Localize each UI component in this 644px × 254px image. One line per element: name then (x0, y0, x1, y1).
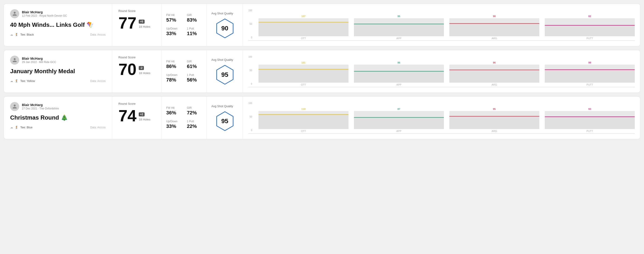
player-info: Blair McHarg12 Feb 2022 · Royal North De… (10, 9, 106, 18)
y-label: 50 (248, 69, 252, 72)
bar-group-app: 86APP (354, 61, 444, 86)
bar-top-value: 93 (588, 108, 591, 110)
score-label: Round Score (118, 9, 155, 13)
bar-fill (354, 71, 444, 83)
score-value: 70 (118, 61, 136, 77)
bag-icon: 🏌 (15, 126, 18, 129)
card-score: Round Score74+218 Holes (112, 97, 162, 139)
round-card-1: Blair McHarg12 Feb 2022 · Royal North De… (4, 3, 640, 46)
player-meta: Blair McHarg27 Dec 2021 · The Oxfordshir… (22, 103, 59, 110)
score-meta: -218 Holes (139, 66, 150, 77)
x-label: OTT (301, 83, 306, 86)
bar-wrapper (258, 18, 348, 36)
score-label: Round Score (118, 102, 155, 105)
bar-fill (545, 25, 635, 36)
bar-color-line (545, 25, 635, 26)
stat-value-upDown: 33% (166, 31, 182, 36)
bar-fill (545, 69, 635, 83)
stat-value-putt: 56% (187, 77, 202, 83)
y-label: 50 (248, 23, 252, 25)
data-source: Data: Arccos (90, 80, 106, 83)
weather-icon: ☁ (10, 79, 13, 83)
hex-container: 90 (214, 18, 236, 38)
card-chart: 100500110OTT87APP95ARG93PUTT (243, 97, 640, 139)
card-footer: ☁🏌Tee: BlueData: Arccos (10, 126, 106, 129)
y-label: 100 (248, 102, 252, 105)
score-value: 74 (118, 108, 136, 124)
bar-fill (449, 70, 539, 83)
stat-label-upDown: Up/Down (166, 27, 182, 30)
score-value: 77 (118, 15, 136, 31)
bar-wrapper (545, 65, 635, 83)
y-label: 0 (248, 129, 252, 131)
bar-fill (258, 114, 348, 129)
score-badge: +2 (139, 112, 144, 117)
card-left-3: Blair McHarg27 Dec 2021 · The Oxfordshir… (4, 97, 112, 139)
stat-label-gir: GIR (187, 60, 202, 63)
bar-color-line (258, 114, 348, 115)
bar-wrapper (258, 65, 348, 83)
stats-grid: FW Hit86%GIR61%Up/Down78%1 Putt56% (166, 60, 202, 83)
bar-top-value: 95 (398, 15, 400, 17)
x-label: OTT (301, 130, 306, 132)
bar-fill (545, 117, 635, 129)
card-chart: 100500101OTT86APP96ARG99PUTT (243, 50, 640, 93)
bar-chart-inner: 100500107OTT95APP98ARG82PUTT (248, 9, 635, 41)
bar-color-line (354, 117, 444, 118)
bar-group-app: 87APP (354, 108, 444, 132)
bar-color-line (354, 71, 444, 72)
stat-label-upDown: Up/Down (166, 120, 182, 123)
stat-label-gir: GIR (187, 13, 202, 17)
bar-color-line (449, 116, 539, 117)
bar-chart-inner: 100500110OTT87APP95ARG93PUTT (248, 102, 635, 133)
card-score: Round Score70-218 Holes (112, 50, 162, 93)
bar-chart-inner: 100500101OTT86APP96ARG99PUTT (248, 56, 635, 87)
card-chart: 100500107OTT95APP98ARG82PUTT (243, 4, 640, 46)
y-label: 100 (248, 56, 252, 58)
y-label: 50 (248, 116, 252, 118)
stat-value-upDown: 78% (166, 77, 182, 83)
quality-value: 95 (221, 118, 228, 125)
bag-icon: 🏌 (15, 33, 18, 36)
bar-color-line (545, 117, 635, 117)
player-name: Blair McHarg (22, 103, 59, 107)
holes-label: 18 Holes (139, 25, 150, 28)
player-info: Blair McHarg29 Jan 2022 · Mill Ride GCC (10, 56, 106, 65)
quality-value: 95 (221, 71, 228, 78)
round-title: 40 Mph Winds... Links Golf 🪁 (10, 21, 106, 28)
x-label: PUTT (586, 37, 593, 40)
bar-top-value: 101 (301, 61, 306, 64)
bar-color-line (545, 69, 635, 70)
bar-chart: 100500101OTT86APP96ARG99PUTT (248, 56, 635, 87)
bar-group-ott: 101OTT (258, 61, 348, 86)
card-stats: FW Hit36%GIR72%Up/Down33%1 Putt22% (162, 97, 207, 139)
stat-value-putt: 11% (187, 31, 202, 36)
bar-top-value: 87 (398, 108, 400, 110)
card-stats: FW Hit86%GIR61%Up/Down78%1 Putt56% (162, 50, 207, 93)
bar-fill (354, 117, 444, 129)
bar-color-line (354, 24, 444, 24)
y-label: 100 (248, 9, 252, 12)
avatar (10, 56, 19, 65)
stat-label-fwHit: FW Hit (166, 106, 182, 110)
round-title: January Monthly Medal (10, 68, 106, 75)
x-label: APP (396, 37, 401, 40)
bar-chart: 100500110OTT87APP95ARG93PUTT (248, 102, 635, 133)
score-badge: -2 (139, 66, 144, 70)
player-name: Blair McHarg (22, 57, 56, 60)
stat-upDown: Up/Down33% (166, 120, 182, 129)
card-stats: FW Hit57%GIR83%Up/Down33%1 Putt11% (162, 4, 207, 46)
bar-top-value: 99 (588, 61, 591, 64)
score-meta: +218 Holes (139, 112, 150, 124)
bag-icon: 🏌 (15, 79, 18, 83)
bar-wrapper (354, 18, 444, 36)
score-row: 77+518 Holes (118, 15, 155, 31)
stat-fwHit: FW Hit36% (166, 106, 182, 116)
bar-top-value: 107 (301, 15, 306, 17)
bar-group-putt: 93PUTT (545, 108, 635, 132)
stats-grid: FW Hit36%GIR72%Up/Down33%1 Putt22% (166, 106, 202, 129)
x-label: ARG (492, 37, 497, 40)
quality-label: Avg Shot Quality (211, 105, 233, 108)
player-date: 12 Feb 2022 · Royal North Devon GC (22, 14, 67, 17)
player-meta: Blair McHarg29 Jan 2022 · Mill Ride GCC (22, 57, 56, 64)
